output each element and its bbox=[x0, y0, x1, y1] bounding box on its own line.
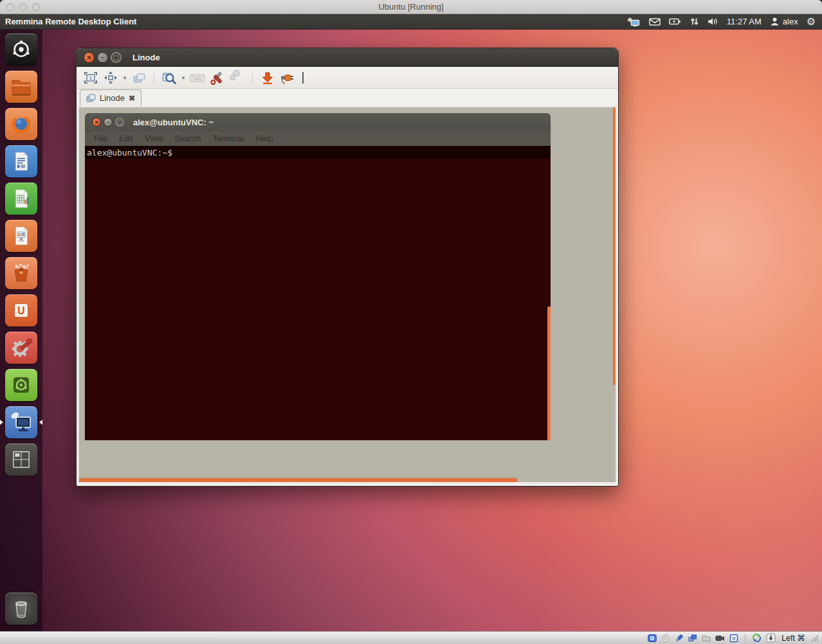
unity-top-panel: Remmina Remote Desktop Client bbox=[0, 14, 822, 30]
vnc-artifact-terminal-edge bbox=[547, 307, 551, 440]
vnc-artifact-bottom-bar bbox=[79, 478, 517, 482]
svg-text:V: V bbox=[733, 636, 736, 641]
user-indicator[interactable]: alex bbox=[770, 17, 798, 26]
keyboard-capture-icon[interactable] bbox=[766, 633, 776, 643]
launcher-item-ubuntu-software-center[interactable] bbox=[5, 257, 37, 289]
terminal-minimize-button[interactable]: − bbox=[104, 118, 113, 127]
remmina-maximize-button[interactable]: ▢ bbox=[111, 52, 122, 63]
launcher-item-libreoffice-calc[interactable] bbox=[5, 183, 37, 215]
menu-file[interactable]: File bbox=[88, 134, 113, 143]
focused-indicator-arrow bbox=[37, 420, 42, 425]
menu-search[interactable]: Search bbox=[169, 134, 206, 143]
volume-icon[interactable] bbox=[708, 17, 718, 26]
mouse-integration-icon[interactable] bbox=[752, 633, 762, 643]
shared-folder-icon[interactable] bbox=[702, 634, 711, 642]
scaled-mode-dropdown-arrow[interactable]: ▾ bbox=[180, 75, 187, 81]
session-gear-icon[interactable]: ⚙ bbox=[807, 17, 816, 27]
optical-disc-icon[interactable] bbox=[661, 634, 670, 643]
ubuntu-tweak-icon bbox=[5, 369, 37, 401]
launcher-item-libreoffice-writer[interactable] bbox=[5, 145, 37, 177]
app-menu-title[interactable]: Remmina Remote Desktop Client bbox=[5, 17, 136, 26]
battery-icon[interactable] bbox=[669, 17, 681, 26]
username-label: alex bbox=[783, 17, 798, 26]
launcher-item-libreoffice-impress[interactable] bbox=[5, 220, 37, 252]
video-capture-icon[interactable] bbox=[715, 634, 725, 642]
toggle-scaled-mode-button[interactable] bbox=[160, 69, 178, 87]
launcher-item-remmina[interactable] bbox=[5, 406, 37, 438]
remmina-titlebar[interactable]: ✕ − ▢ Linode bbox=[77, 48, 618, 67]
vnc-viewport[interactable]: ✕ − ▢ alex@ubuntuVNC: ~ File Edit View S… bbox=[78, 106, 617, 483]
tools-gears-button[interactable]: ⚙⚙ bbox=[228, 69, 246, 87]
shared-clipboard-icon[interactable] bbox=[688, 634, 697, 643]
remmina-indicator-icon[interactable] bbox=[626, 17, 641, 27]
menu-help[interactable]: Help bbox=[250, 134, 279, 143]
resize-grip-icon[interactable] bbox=[811, 634, 819, 642]
launcher-item-system-settings[interactable] bbox=[5, 332, 37, 364]
tab-label: Linode bbox=[100, 93, 125, 103]
system-settings-icon bbox=[5, 332, 37, 364]
libreoffice-calc-icon bbox=[5, 183, 37, 215]
remmina-tab-strip: Linode ✖ bbox=[77, 89, 618, 106]
host-minimize-button[interactable] bbox=[19, 3, 27, 11]
preferences-tools-button[interactable] bbox=[208, 69, 226, 87]
terminal-titlebar[interactable]: ✕ − ▢ alex@ubuntuVNC: ~ bbox=[85, 113, 551, 131]
vbox-statusbar: V Left ⌘ bbox=[0, 631, 822, 644]
svg-text:U: U bbox=[17, 305, 24, 316]
tab-close-icon[interactable]: ✖ bbox=[129, 94, 135, 102]
remote-terminal-window: ✕ − ▢ alex@ubuntuVNC: ~ File Edit View S… bbox=[85, 113, 551, 440]
host-key-label: Left ⌘ bbox=[781, 633, 805, 643]
terminal-close-button[interactable]: ✕ bbox=[92, 118, 101, 127]
home-folder-icon bbox=[5, 71, 37, 103]
launcher-item-firefox[interactable] bbox=[5, 108, 37, 140]
minimize-window-button[interactable] bbox=[259, 69, 277, 87]
grab-keyboard-button[interactable] bbox=[188, 69, 206, 87]
host-window-buttons bbox=[6, 0, 40, 14]
tab-linode[interactable]: Linode ✖ bbox=[80, 89, 142, 106]
hard-disk-icon[interactable] bbox=[648, 634, 657, 643]
toggle-fullscreen-button[interactable]: 1 bbox=[82, 69, 100, 87]
virtualization-chip-icon[interactable]: V bbox=[729, 634, 738, 643]
remmina-toolbar: 1 ▾ bbox=[77, 67, 618, 89]
messages-icon[interactable] bbox=[649, 17, 661, 26]
network-activity-icon[interactable] bbox=[690, 17, 699, 26]
virtualbox-vm-window: Ubuntu [Running] Remmina Remote Desktop … bbox=[0, 0, 822, 644]
menu-terminal[interactable]: Terminal bbox=[207, 134, 250, 143]
svg-text:1: 1 bbox=[89, 75, 93, 81]
libreoffice-writer-icon bbox=[5, 145, 37, 177]
launcher-item-home-folder[interactable] bbox=[5, 71, 37, 103]
host-titlebar: Ubuntu [Running] bbox=[0, 0, 822, 14]
terminal-prompt-line: alex@ubuntuVNC:~$ bbox=[85, 146, 551, 159]
desktop-wallpaper: U bbox=[0, 30, 822, 631]
menu-view[interactable]: View bbox=[139, 134, 169, 143]
fit-window-button[interactable] bbox=[102, 69, 120, 87]
terminal-content[interactable]: alex@ubuntuVNC:~$ bbox=[85, 146, 551, 440]
remmina-close-button[interactable]: ✕ bbox=[84, 52, 95, 63]
toolbar-separator bbox=[154, 72, 154, 84]
terminal-window-title: alex@ubuntuVNC: ~ bbox=[133, 118, 214, 127]
fit-window-dropdown-arrow[interactable]: ▾ bbox=[122, 75, 128, 81]
launcher-item-ubuntu-one[interactable]: U bbox=[5, 294, 37, 326]
launcher-item-workspace-switcher[interactable] bbox=[5, 443, 37, 476]
host-window-title: Ubuntu [Running] bbox=[0, 2, 822, 12]
clock-indicator[interactable]: 11:27 AM bbox=[727, 17, 762, 26]
terminal-maximize-button[interactable]: ▢ bbox=[115, 118, 124, 127]
toolbar-handle[interactable] bbox=[302, 72, 304, 84]
host-close-button[interactable] bbox=[6, 3, 14, 11]
remmina-window-title: Linode bbox=[132, 53, 160, 62]
remmina-minimize-button[interactable]: − bbox=[97, 52, 108, 63]
launcher-item-ubuntu-tweak[interactable] bbox=[5, 369, 37, 401]
firefox-icon bbox=[5, 108, 37, 140]
libreoffice-impress-icon bbox=[5, 220, 37, 252]
statusbar-separator bbox=[745, 634, 745, 643]
menu-edit[interactable]: Edit bbox=[113, 134, 139, 143]
usb-device-icon[interactable] bbox=[675, 634, 684, 643]
switch-tabs-button[interactable] bbox=[130, 69, 148, 87]
launcher-item-trash[interactable] bbox=[5, 593, 37, 625]
disconnect-button[interactable] bbox=[279, 69, 297, 87]
toolbar-separator bbox=[252, 72, 253, 84]
remmina-window-buttons: ✕ − ▢ bbox=[84, 52, 122, 63]
remmina-window: ✕ − ▢ Linode 1 bbox=[76, 48, 619, 487]
launcher-item-dash-home[interactable] bbox=[5, 33, 37, 66]
host-zoom-button[interactable] bbox=[32, 3, 40, 11]
terminal-menubar: File Edit View Search Terminal Help bbox=[85, 131, 551, 146]
